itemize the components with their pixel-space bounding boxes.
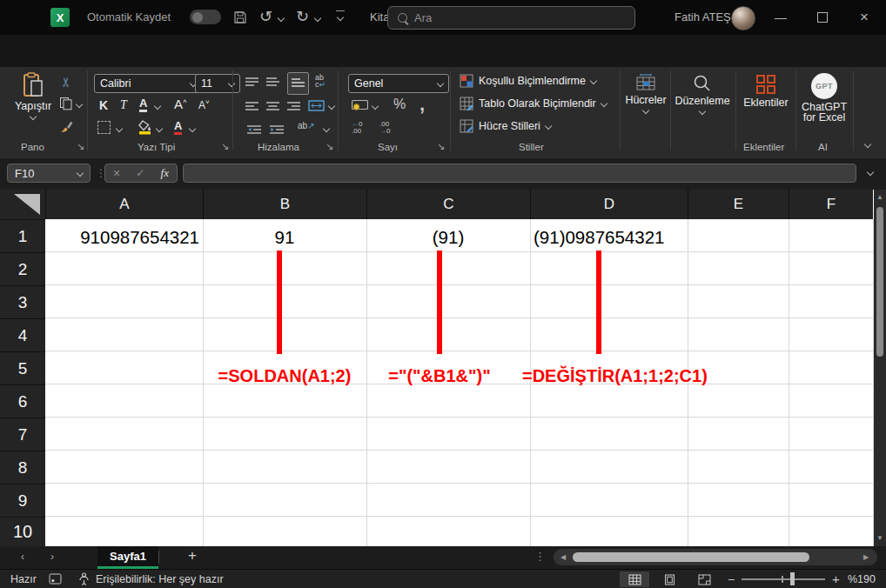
- align-bottom-button-selected[interactable]: [287, 72, 309, 95]
- merge-chevron-icon[interactable]: [328, 103, 335, 110]
- cell-A1[interactable]: 910987654321: [47, 224, 199, 251]
- underline-chevron-icon[interactable]: [154, 103, 161, 110]
- undo-icon[interactable]: ↺: [259, 7, 272, 26]
- zoom-out-button[interactable]: −: [728, 572, 735, 586]
- save-icon[interactable]: [233, 10, 247, 28]
- collapse-ribbon-icon[interactable]: [864, 141, 871, 148]
- fill-color-chevron-icon[interactable]: [156, 125, 163, 132]
- horizontal-scroll-thumb[interactable]: [573, 552, 809, 562]
- redo-dropdown-icon[interactable]: [314, 15, 321, 22]
- row-header-10[interactable]: 10: [0, 517, 45, 546]
- row-header-2[interactable]: 2: [0, 252, 45, 285]
- format-as-table-button[interactable]: Tablo Olarak Biçimlendir: [460, 97, 607, 110]
- decrease-font-button[interactable]: A˅: [198, 98, 210, 111]
- row-header-9[interactable]: 9: [0, 484, 45, 517]
- accounting-format-button[interactable]: [352, 98, 368, 114]
- scroll-up-icon[interactable]: ▲: [874, 193, 886, 201]
- cell-B1[interactable]: 91: [203, 224, 366, 251]
- merge-center-button[interactable]: [308, 99, 325, 115]
- number-format-select[interactable]: Genel: [348, 74, 449, 93]
- user-name[interactable]: Fatih ATEŞ: [675, 10, 731, 23]
- orientation-chevron-icon[interactable]: [323, 125, 330, 132]
- paste-button[interactable]: Yapıştır: [10, 72, 56, 119]
- copy-chevron-icon[interactable]: [76, 101, 83, 108]
- format-painter-icon[interactable]: [59, 119, 74, 137]
- orientation-button[interactable]: ab↗: [298, 121, 315, 130]
- name-box[interactable]: F10: [7, 164, 91, 183]
- font-color-button[interactable]: A: [174, 120, 182, 135]
- redo-icon[interactable]: ↻: [296, 7, 309, 26]
- sheet-prev-icon[interactable]: ‹: [21, 551, 24, 563]
- accounting-chevron-icon[interactable]: [372, 103, 379, 110]
- column-header-A[interactable]: A: [45, 190, 203, 219]
- row-header-5[interactable]: 5: [0, 351, 45, 384]
- comma-style-button[interactable]: ,: [420, 93, 425, 116]
- column-header-F[interactable]: F: [789, 190, 873, 219]
- user-avatar[interactable]: [731, 6, 755, 30]
- cell-C1[interactable]: (91): [366, 224, 530, 251]
- column-header-B[interactable]: B: [203, 190, 366, 219]
- minimize-button[interactable]: —: [768, 10, 794, 24]
- zoom-level[interactable]: %190: [848, 573, 876, 585]
- font-color-chevron-icon[interactable]: [189, 125, 196, 132]
- formula-input[interactable]: [183, 164, 856, 183]
- undo-dropdown-icon[interactable]: [278, 15, 285, 22]
- vertical-scrollbar[interactable]: ▲ ▼: [874, 190, 886, 546]
- insert-function-icon[interactable]: fx: [161, 166, 169, 180]
- underline-button[interactable]: A: [139, 97, 147, 112]
- chatgpt-button[interactable]: GPT ChatGPT for Excel: [798, 73, 850, 124]
- close-button[interactable]: ×: [851, 9, 877, 26]
- sayi-dialog-launcher-icon[interactable]: ↘: [437, 141, 445, 152]
- cut-icon[interactable]: ✂: [58, 77, 74, 88]
- hscroll-right-icon[interactable]: ▶: [863, 553, 869, 561]
- hscroll-left-icon[interactable]: ◀: [560, 553, 566, 561]
- decrease-decimal-button[interactable]: .00→0: [379, 121, 390, 135]
- cancel-icon[interactable]: ×: [113, 166, 120, 180]
- addins-button[interactable]: Eklentiler: [739, 74, 793, 109]
- align-top-button[interactable]: [245, 75, 258, 90]
- column-header-E[interactable]: E: [688, 190, 789, 219]
- yazi-tipi-dialog-launcher-icon[interactable]: ↘: [221, 141, 229, 152]
- cells-button[interactable]: Hücreler: [623, 74, 668, 113]
- zoom-slider-track[interactable]: [742, 578, 825, 580]
- horizontal-scrollbar[interactable]: ◀ ▶: [554, 549, 877, 565]
- autosave-toggle[interactable]: [190, 10, 221, 24]
- view-normal-button[interactable]: [620, 571, 649, 587]
- copy-icon[interactable]: [59, 97, 73, 114]
- align-right-button[interactable]: [287, 99, 300, 115]
- font-name-select[interactable]: Calibri: [94, 74, 202, 93]
- italic-button[interactable]: T: [120, 98, 127, 112]
- cell-D1[interactable]: (91)0987654321: [534, 224, 664, 251]
- accessibility-status[interactable]: Erişilebilirlik: Her şey hazır: [96, 573, 224, 585]
- add-sheet-button[interactable]: +: [188, 547, 197, 565]
- scroll-down-icon[interactable]: ▼: [874, 534, 886, 542]
- editing-button[interactable]: Düzenleme: [674, 74, 731, 114]
- row-header-6[interactable]: 6: [0, 384, 45, 418]
- enter-icon[interactable]: ✓: [136, 167, 144, 179]
- select-all-corner[interactable]: [0, 190, 45, 219]
- increase-font-button[interactable]: A˄: [174, 97, 187, 111]
- align-middle-button[interactable]: [266, 75, 279, 90]
- accessibility-icon[interactable]: [78, 572, 90, 588]
- pano-dialog-launcher-icon[interactable]: ↘: [77, 141, 84, 152]
- align-center-button[interactable]: [266, 99, 279, 115]
- cell-styles-button[interactable]: Hücre Stilleri: [460, 119, 551, 133]
- view-page-layout-button[interactable]: [654, 571, 684, 587]
- vertical-scroll-thumb[interactable]: [876, 207, 883, 357]
- fill-color-button[interactable]: [138, 119, 153, 138]
- wrap-text-button[interactable]: abc↵: [315, 74, 326, 88]
- row-header-1[interactable]: 1: [0, 219, 45, 252]
- maximize-button[interactable]: [809, 11, 836, 25]
- conditional-formatting-button[interactable]: Koşullu Biçimlendirme: [460, 74, 596, 88]
- view-page-break-button[interactable]: [689, 571, 719, 587]
- sheet-tab-sayfa1[interactable]: Sayfa1: [97, 546, 158, 569]
- font-size-select[interactable]: 11: [195, 74, 240, 93]
- expand-formula-bar-icon[interactable]: [867, 169, 874, 176]
- quick-access-chevron-icon[interactable]: [337, 14, 344, 21]
- quick-access-icon[interactable]: [336, 10, 345, 11]
- row-header-4[interactable]: 4: [0, 318, 45, 351]
- increase-indent-button[interactable]: [270, 123, 284, 138]
- percent-style-button[interactable]: %: [393, 97, 406, 112]
- sheet-next-icon[interactable]: ›: [50, 551, 54, 563]
- zoom-slider-thumb[interactable]: [790, 572, 795, 585]
